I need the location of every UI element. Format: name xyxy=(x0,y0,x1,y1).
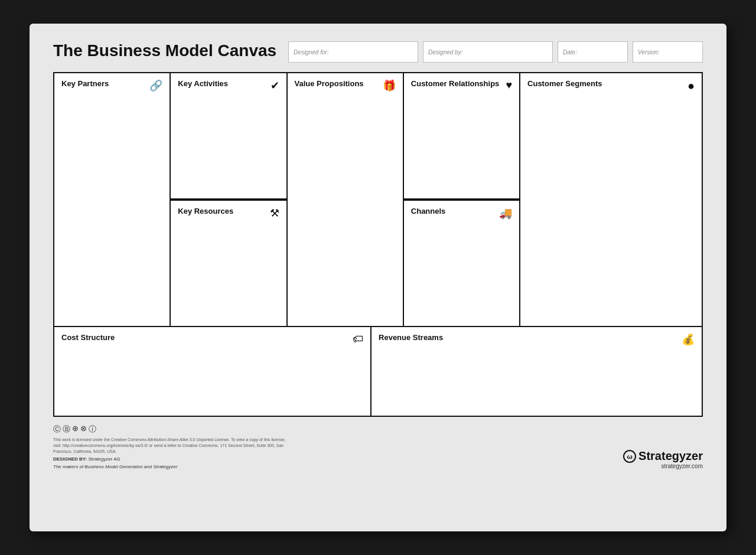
designed-for-field[interactable]: Designed for: xyxy=(288,41,418,63)
footer-left: Ⓒ Ⓑ ⊕ ⊗ ⓘ This work is licensed under th… xyxy=(53,424,289,469)
key-partners-header: Key Partners 🔗 xyxy=(61,79,162,92)
version-label: Version: xyxy=(638,49,659,56)
page-title: The Business Model Canvas xyxy=(53,41,276,60)
license-text: This work is licensed under the Creative… xyxy=(53,437,289,454)
version-field[interactable]: Version: xyxy=(633,41,703,63)
key-activities-cell: Key Activities ✔ xyxy=(171,73,286,200)
strategyzer-name: Strategyzer xyxy=(638,449,703,463)
value-propositions-cell: Value Propositions 🎁 xyxy=(288,73,403,326)
canvas-bottom-row: Cost Structure 🏷 Revenue Streams 💰 xyxy=(54,327,702,416)
logo-symbol-char: ω xyxy=(627,453,632,460)
footer-tagline: The makers of Business Model Generation … xyxy=(53,464,289,469)
cc-sa-icon: ⊕ xyxy=(72,424,79,435)
customer-segments-header: Customer Segments ● xyxy=(527,79,695,93)
key-activities-icon: ✔ xyxy=(271,79,279,92)
date-field[interactable]: Date: xyxy=(558,41,628,63)
footer-designed-by: DESIGNED BY: Strategyzer AG xyxy=(53,456,289,462)
value-propositions-icon: 🎁 xyxy=(383,79,396,92)
cost-structure-cell: Cost Structure 🏷 xyxy=(54,327,372,416)
business-model-canvas: Key Partners 🔗 Key Activities ✔ Key Reso… xyxy=(53,72,703,417)
customer-segments-cell: Customer Segments ● xyxy=(520,73,702,326)
footer: Ⓒ Ⓑ ⊕ ⊗ ⓘ This work is licensed under th… xyxy=(53,424,703,469)
designed-for-label: Designed for: xyxy=(294,49,328,56)
designed-by-label: Designed by: xyxy=(428,49,462,56)
strategyzer-logo: ω Strategyzer xyxy=(623,449,703,463)
cr-channels-column: Customer Relationships ♥ Channels 🚚 xyxy=(404,73,520,326)
value-propositions-title: Value Propositions xyxy=(295,79,364,88)
cc-icon: Ⓒ xyxy=(53,424,61,435)
key-resources-icon: ⚒ xyxy=(270,207,279,220)
date-label: Date: xyxy=(563,49,577,56)
revenue-streams-title: Revenue Streams xyxy=(379,333,443,342)
value-propositions-column: Value Propositions 🎁 xyxy=(288,73,404,326)
key-partners-cell: Key Partners 🔗 xyxy=(54,73,170,326)
footer-right: ω Strategyzer strategyzer.com xyxy=(623,449,703,469)
designed-by-field[interactable]: Designed by: xyxy=(423,41,553,63)
key-resources-cell: Key Resources ⚒ xyxy=(171,200,286,326)
customer-segments-title: Customer Segments xyxy=(527,79,602,88)
channels-title: Channels xyxy=(411,207,446,216)
channels-cell: Channels 🚚 xyxy=(404,200,519,326)
channels-icon: 🚚 xyxy=(499,207,512,220)
customer-relationships-icon: ♥ xyxy=(506,79,512,92)
cc-icons: Ⓒ Ⓑ ⊕ ⊗ ⓘ xyxy=(53,424,289,435)
key-activities-header: Key Activities ✔ xyxy=(178,79,279,92)
cc-by-icon: Ⓑ xyxy=(63,424,70,435)
value-propositions-header: Value Propositions 🎁 xyxy=(295,79,396,92)
customer-relationships-cell: Customer Relationships ♥ xyxy=(404,73,519,200)
key-partners-title: Key Partners xyxy=(61,79,109,88)
cost-structure-header: Cost Structure 🏷 xyxy=(61,333,363,345)
key-partners-column: Key Partners 🔗 xyxy=(54,73,171,326)
strategyzer-symbol: ω xyxy=(623,450,636,463)
key-activities-title: Key Activities xyxy=(178,79,228,88)
canvas-top-row: Key Partners 🔗 Key Activities ✔ Key Reso… xyxy=(54,73,702,327)
key-activities-resources-column: Key Activities ✔ Key Resources ⚒ xyxy=(171,73,287,326)
revenue-streams-icon: 💰 xyxy=(682,333,695,346)
page-wrapper: The Business Model Canvas Designed for: … xyxy=(30,24,726,531)
customer-segments-column: Customer Segments ● xyxy=(520,73,702,326)
customer-relationships-title: Customer Relationships xyxy=(411,79,500,88)
cc-info-icon: ⓘ xyxy=(89,424,96,435)
header: The Business Model Canvas Designed for: … xyxy=(53,41,703,63)
revenue-streams-cell: Revenue Streams 💰 xyxy=(372,327,702,416)
cost-structure-title: Cost Structure xyxy=(61,333,115,342)
cost-structure-icon: 🏷 xyxy=(353,333,363,345)
revenue-streams-header: Revenue Streams 💰 xyxy=(379,333,695,346)
footer-designed-by-name: Strategyzer AG xyxy=(88,456,120,462)
cc-nd-icon: ⊗ xyxy=(80,424,87,435)
footer-designed-by-prefix: DESIGNED BY: xyxy=(53,456,87,462)
header-fields: Designed for: Designed by: Date: Version… xyxy=(288,41,703,63)
channels-header: Channels 🚚 xyxy=(411,207,512,220)
customer-segments-icon: ● xyxy=(687,79,695,93)
key-resources-title: Key Resources xyxy=(178,207,233,216)
customer-relationships-header: Customer Relationships ♥ xyxy=(411,79,512,92)
key-resources-header: Key Resources ⚒ xyxy=(178,207,279,220)
key-partners-icon: 🔗 xyxy=(149,79,162,92)
strategyzer-url: strategyzer.com xyxy=(623,463,703,469)
